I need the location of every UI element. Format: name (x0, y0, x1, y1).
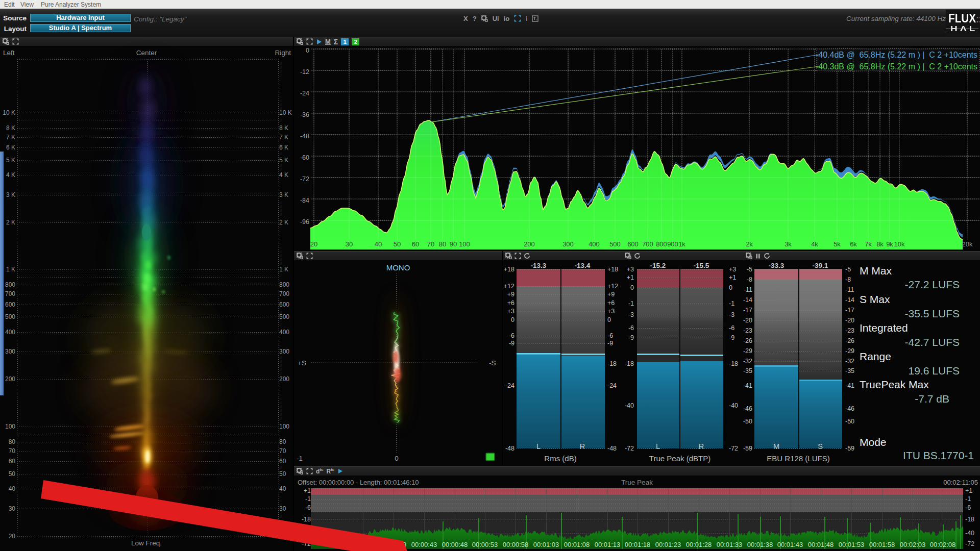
svg-text:-12: -12 (300, 68, 309, 76)
svg-text:-84: -84 (300, 197, 309, 204)
svg-text:700: 700 (642, 240, 653, 248)
svg-text:8k: 8k (876, 240, 884, 248)
svg-text:60: 60 (412, 240, 419, 248)
svg-text:20: 20 (310, 240, 317, 248)
svg-text:90: 90 (450, 240, 457, 248)
svg-text:600: 600 (627, 240, 639, 248)
svg-text:2k: 2k (746, 240, 753, 248)
svg-text:-1: -1 (297, 455, 303, 462)
svg-text:200: 200 (524, 240, 535, 248)
svg-text:30: 30 (346, 240, 353, 248)
svg-text:0: 0 (306, 47, 309, 54)
svg-text:-72: -72 (300, 176, 309, 183)
svg-text:-24: -24 (300, 90, 309, 97)
svg-text:7k: 7k (865, 240, 872, 248)
svg-text:-40.4dB @ 65.8Hz (5.22 m ) |: -40.4dB @ 65.8Hz (5.22 m ) | C 2 +10cent… (816, 51, 977, 59)
svg-text:10k: 10k (894, 240, 905, 248)
svg-text:800: 800 (656, 240, 667, 248)
svg-text:70: 70 (427, 240, 434, 248)
svg-text:-48: -48 (300, 133, 309, 140)
svg-text:80: 80 (439, 240, 446, 248)
svg-text:-40.3dB @ 65.8Hz (5.22 m ) |: -40.3dB @ 65.8Hz (5.22 m ) | C 2 +10cent… (816, 62, 977, 71)
svg-text:900: 900 (667, 240, 678, 248)
svg-text:-36: -36 (300, 111, 309, 118)
svg-text:9k: 9k (886, 240, 893, 248)
svg-text:-96: -96 (300, 218, 309, 226)
svg-text:20k: 20k (962, 240, 973, 248)
svg-text:4k: 4k (811, 240, 818, 248)
svg-text:3k: 3k (785, 240, 792, 248)
svg-text:5k: 5k (834, 240, 841, 248)
svg-text:-60: -60 (300, 154, 309, 161)
svg-text:-S: -S (489, 359, 496, 367)
svg-text:100: 100 (459, 240, 470, 248)
svg-text:1k: 1k (678, 240, 685, 248)
svg-text:500: 500 (609, 240, 621, 248)
svg-text:0: 0 (395, 455, 399, 462)
svg-text:50: 50 (394, 240, 401, 248)
svg-text:6k: 6k (850, 240, 857, 248)
svg-text:400: 400 (589, 240, 600, 248)
svg-text:+S: +S (298, 359, 306, 367)
svg-text:300: 300 (562, 240, 574, 248)
svg-text:40: 40 (375, 240, 382, 248)
